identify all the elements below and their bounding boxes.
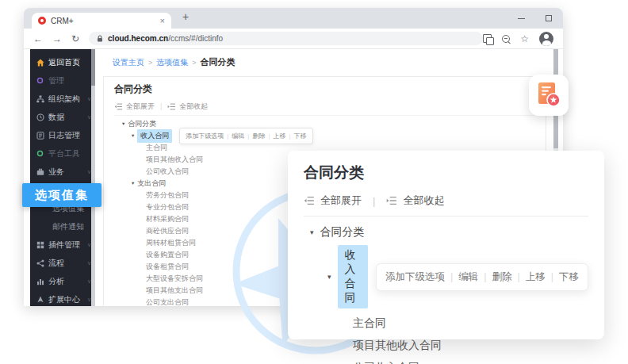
collapse-all-icon (167, 103, 176, 110)
sidebar-item-plugins[interactable]: 插件管理 ∨ (30, 236, 95, 254)
sidebar-item-manage[interactable]: 管理 (30, 71, 95, 90)
tree-leaf[interactable]: 项目其他收入合同 (304, 339, 588, 353)
tree-node-root[interactable]: ▾合同分类 (114, 118, 535, 130)
address-bar-row: ← → ↻ cloud.hecom.cn/ccms/#/dictinfo ☆ (24, 29, 563, 49)
option-values-callout[interactable]: 选项值集 (22, 183, 101, 207)
sidebar-item-data[interactable]: 数据 ∨ (30, 108, 95, 126)
move-down-button[interactable]: 下移 (294, 132, 307, 140)
caret-down-icon[interactable]: ▾ (132, 181, 134, 186)
page-title: 合同分类 (114, 82, 535, 96)
sidebar-item-org[interactable]: 组织架构 ∨ (30, 90, 95, 108)
screenshot: CRM+ × + ← → ↻ cloud.hecom.cn/ccms/#/dic… (0, 0, 628, 364)
sidebar-item-workflow[interactable]: 流程 ∨ (30, 254, 95, 272)
flow-icon (36, 259, 44, 267)
new-tab-button[interactable]: + (182, 10, 189, 23)
address-bar-actions: ☆ (483, 32, 553, 46)
option-set-badge-card (529, 75, 569, 116)
rocket-icon (36, 295, 44, 304)
edit-button[interactable]: 编辑 (458, 270, 478, 284)
node-action-toolbar: 添加下级选项| 编辑| 删除| 上移| 下移 (179, 128, 312, 144)
caret-down-icon[interactable]: ▾ (327, 274, 331, 281)
caret-down-icon[interactable]: ▾ (310, 229, 314, 236)
briefcase-icon (36, 167, 44, 176)
browser-tab-bar: CRM+ × + (24, 8, 563, 29)
home-icon (36, 58, 44, 67)
sidebar-item-business[interactable]: 业务 ∨ (30, 163, 95, 181)
collapse-all-button[interactable]: 全部收起 (403, 193, 444, 208)
clock-icon (36, 113, 44, 121)
add-child-option-button[interactable]: 添加下级选项 (186, 132, 224, 140)
expand-all-icon (304, 196, 315, 205)
crm-favicon-icon (38, 17, 46, 25)
reload-icon[interactable]: ↻ (71, 34, 79, 44)
address-bar[interactable]: cloud.hecom.cn/ccms/#/dictinfo (89, 32, 483, 45)
move-down-button[interactable]: 下移 (559, 270, 579, 284)
zoom-level-icon[interactable] (502, 35, 510, 43)
separator: | (373, 195, 375, 207)
move-up-button[interactable]: 上移 (526, 270, 546, 284)
browser-tab[interactable]: CRM+ × (32, 13, 171, 29)
divider (114, 115, 535, 116)
tab-title: CRM+ (51, 17, 74, 25)
profile-avatar[interactable] (539, 32, 553, 46)
collapse-all-button[interactable]: 全部收起 (179, 102, 208, 112)
ring-green-icon (36, 149, 44, 158)
breadcrumb-current: 合同分类 (201, 56, 236, 68)
breadcrumb-separator: > (192, 59, 196, 67)
url-path: /ccms/#/dictinfo (168, 34, 223, 43)
expand-all-icon (114, 103, 123, 110)
window-minimize-button[interactable] (518, 18, 525, 19)
app-sidebar: 返回首页 管理 组织架构 ∨ 数据 ∨ 日志管理 (30, 49, 95, 306)
send-to-device-icon[interactable] (483, 34, 492, 43)
close-tab-icon[interactable]: × (160, 17, 165, 25)
selected-tree-node[interactable]: 收入合同 (137, 129, 172, 143)
caret-down-icon[interactable]: ▾ (132, 133, 134, 139)
zoom-overlay-panel: 合同分类 全部展开 | 全部收起 ▾ 合同分类 ▾ 收入合同 添加下级选项| 编… (288, 151, 604, 339)
url-domain: cloud.hecom.cn (108, 34, 168, 43)
breadcrumb: 设置主页 > 选项值集 > 合同分类 (113, 56, 236, 68)
separator: | (160, 102, 162, 110)
delete-button[interactable]: 删除 (252, 132, 265, 140)
caret-down-icon[interactable]: ▾ (122, 121, 124, 127)
add-child-option-button[interactable]: 添加下级选项 (385, 270, 445, 284)
sidebar-item-log[interactable]: 日志管理 (30, 126, 95, 144)
panel-title: 合同分类 (304, 163, 588, 183)
org-chart-icon (36, 94, 44, 103)
breadcrumb-settings-home[interactable]: 设置主页 (113, 57, 144, 68)
divider (304, 216, 588, 216)
move-up-button[interactable]: 上移 (274, 132, 286, 140)
sidebar-item-extension-center[interactable]: 扩展中心 ∨ (30, 290, 95, 306)
tree-leaf[interactable]: 公司收入合同 (304, 361, 588, 364)
plugin-grid-icon (36, 240, 44, 249)
tree-node-income[interactable]: ▾ 收入合同 添加下级选项| 编辑| 删除| 上移| 下移 (304, 245, 588, 308)
tree-leaf[interactable]: 主合同 (304, 316, 588, 331)
breadcrumb-option-values[interactable]: 选项值集 (156, 57, 188, 68)
sidebar-item-analysis[interactable]: 分析 ∨ (30, 272, 95, 290)
forward-icon[interactable]: → (52, 34, 62, 44)
window-restore-button[interactable] (546, 15, 552, 21)
breadcrumb-separator: > (148, 59, 152, 67)
back-icon[interactable]: ← (33, 34, 43, 44)
bar-chart-icon (36, 277, 44, 285)
tree-node-income[interactable]: ▾收入合同 添加下级选项| 编辑| 删除| 上移| 下移 (114, 130, 535, 142)
document-star-icon (537, 82, 561, 109)
panel-actions-row: 全部展开 | 全部收起 (304, 193, 588, 208)
delete-button[interactable]: 删除 (492, 270, 512, 284)
selected-tree-node[interactable]: 收入合同 (338, 245, 368, 308)
bookmark-star-icon[interactable]: ☆ (520, 34, 529, 44)
collapse-all-icon (386, 196, 397, 205)
sidebar-item-mail-notify[interactable]: 邮件通知 (30, 217, 95, 236)
sidebar-item-platform-tools[interactable]: 平台工具 (30, 144, 95, 163)
sidebar-item-home[interactable]: 返回首页 (30, 53, 95, 71)
ring-purple-icon (36, 76, 44, 85)
node-action-toolbar: 添加下级选项| 编辑| 删除| 上移| 下移 (376, 263, 588, 291)
lock-icon (97, 35, 103, 43)
log-icon (36, 131, 44, 140)
expand-all-button[interactable]: 全部展开 (320, 193, 362, 208)
window-controls (518, 8, 552, 29)
tree-actions-row: 全部展开 | 全部收起 (114, 102, 535, 111)
expand-all-button[interactable]: 全部展开 (126, 102, 155, 112)
edit-button[interactable]: 编辑 (232, 132, 244, 140)
tree-node-root[interactable]: ▾ 合同分类 (304, 225, 588, 239)
